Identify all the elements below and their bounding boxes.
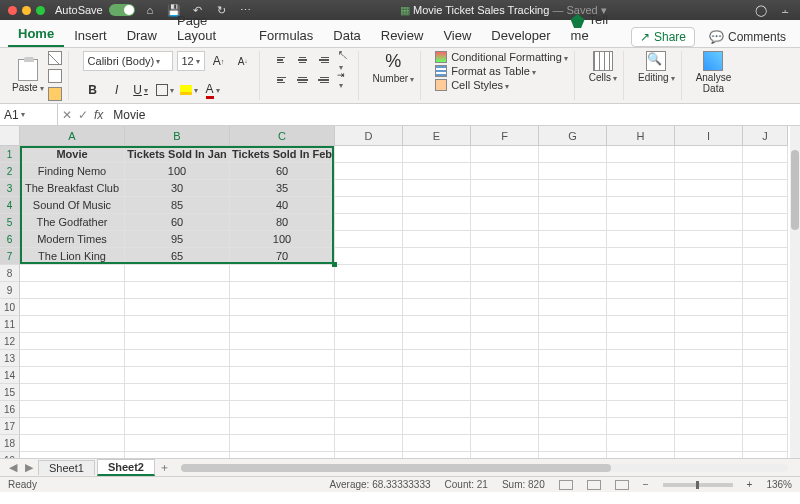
cell-B10[interactable] — [125, 299, 230, 316]
increase-font-button[interactable]: A↑ — [209, 51, 229, 71]
cell-D7[interactable] — [335, 248, 403, 265]
cell-G15[interactable] — [539, 384, 607, 401]
cell-G4[interactable] — [539, 197, 607, 214]
vertical-scrollbar[interactable] — [790, 126, 800, 458]
cell-D17[interactable] — [335, 418, 403, 435]
view-pagelayout-button[interactable] — [587, 480, 601, 490]
cell-E1[interactable] — [403, 146, 471, 163]
cell-J4[interactable] — [743, 197, 788, 214]
cell-J13[interactable] — [743, 350, 788, 367]
cell-A18[interactable] — [20, 435, 125, 452]
cell-B14[interactable] — [125, 367, 230, 384]
cell-I11[interactable] — [675, 316, 743, 333]
cell-H7[interactable] — [607, 248, 675, 265]
cell-H12[interactable] — [607, 333, 675, 350]
row-header-11[interactable]: 11 — [0, 316, 20, 333]
cell-H9[interactable] — [607, 282, 675, 299]
tab-tellme[interactable]: Tell me — [561, 8, 631, 47]
align-top-button[interactable] — [274, 51, 292, 69]
cell-I13[interactable] — [675, 350, 743, 367]
cell-H14[interactable] — [607, 367, 675, 384]
sheet-tab-2[interactable]: Sheet2 — [97, 459, 155, 476]
cell-I4[interactable] — [675, 197, 743, 214]
row-header-14[interactable]: 14 — [0, 367, 20, 384]
cell-G5[interactable] — [539, 214, 607, 231]
cell-C16[interactable] — [230, 401, 335, 418]
cell-D18[interactable] — [335, 435, 403, 452]
cell-C6[interactable]: 100 — [230, 231, 335, 248]
cell-I1[interactable] — [675, 146, 743, 163]
cell-G2[interactable] — [539, 163, 607, 180]
row-header-9[interactable]: 9 — [0, 282, 20, 299]
cell-D4[interactable] — [335, 197, 403, 214]
cell-J16[interactable] — [743, 401, 788, 418]
wrap-merge-button[interactable]: ⇥ — [334, 71, 352, 89]
cell-D16[interactable] — [335, 401, 403, 418]
cell-J3[interactable] — [743, 180, 788, 197]
cells-area[interactable]: MovieTickets Sold In JanTickets Sold In … — [20, 146, 790, 458]
cell-A8[interactable] — [20, 265, 125, 282]
font-name-dropdown[interactable]: Calibri (Body) — [83, 51, 173, 71]
orientation-button[interactable]: ⭦ — [334, 51, 352, 69]
cell-E4[interactable] — [403, 197, 471, 214]
align-bottom-button[interactable] — [314, 51, 332, 69]
cell-C7[interactable]: 70 — [230, 248, 335, 265]
zoom-in-button[interactable]: + — [747, 479, 753, 490]
cell-J12[interactable] — [743, 333, 788, 350]
cell-G17[interactable] — [539, 418, 607, 435]
row-header-8[interactable]: 8 — [0, 265, 20, 282]
cell-J15[interactable] — [743, 384, 788, 401]
cell-C11[interactable] — [230, 316, 335, 333]
copy-icon[interactable] — [48, 69, 62, 83]
cell-G11[interactable] — [539, 316, 607, 333]
cell-A4[interactable]: Sound Of Music — [20, 197, 125, 214]
cell-E19[interactable] — [403, 452, 471, 458]
cell-D5[interactable] — [335, 214, 403, 231]
cell-I6[interactable] — [675, 231, 743, 248]
cell-B17[interactable] — [125, 418, 230, 435]
cell-G3[interactable] — [539, 180, 607, 197]
cell-I16[interactable] — [675, 401, 743, 418]
cell-B12[interactable] — [125, 333, 230, 350]
cell-H15[interactable] — [607, 384, 675, 401]
formula-input[interactable]: Movie — [107, 104, 800, 125]
cell-J18[interactable] — [743, 435, 788, 452]
row-header-17[interactable]: 17 — [0, 418, 20, 435]
row-header-16[interactable]: 16 — [0, 401, 20, 418]
tab-home[interactable]: Home — [8, 22, 64, 47]
sheet-nav-prev[interactable]: ◀ — [6, 461, 20, 474]
cell-E3[interactable] — [403, 180, 471, 197]
cell-B4[interactable]: 85 — [125, 197, 230, 214]
cell-J2[interactable] — [743, 163, 788, 180]
cell-B13[interactable] — [125, 350, 230, 367]
cell-F1[interactable] — [471, 146, 539, 163]
row-header-3[interactable]: 3 — [0, 180, 20, 197]
cell-B9[interactable] — [125, 282, 230, 299]
cell-F16[interactable] — [471, 401, 539, 418]
cell-J7[interactable] — [743, 248, 788, 265]
tab-insert[interactable]: Insert — [64, 24, 117, 47]
cell-G7[interactable] — [539, 248, 607, 265]
row-header-19[interactable]: 19 — [0, 452, 20, 458]
cell-E10[interactable] — [403, 299, 471, 316]
cell-D15[interactable] — [335, 384, 403, 401]
cell-J11[interactable] — [743, 316, 788, 333]
format-painter-icon[interactable] — [48, 87, 62, 101]
cell-H5[interactable] — [607, 214, 675, 231]
cell-A9[interactable] — [20, 282, 125, 299]
cell-A13[interactable] — [20, 350, 125, 367]
cell-I12[interactable] — [675, 333, 743, 350]
cell-E8[interactable] — [403, 265, 471, 282]
cell-F8[interactable] — [471, 265, 539, 282]
row-header-18[interactable]: 18 — [0, 435, 20, 452]
cell-I9[interactable] — [675, 282, 743, 299]
hscroll-thumb[interactable] — [181, 464, 611, 472]
cell-H3[interactable] — [607, 180, 675, 197]
cell-C2[interactable]: 60 — [230, 163, 335, 180]
cell-B19[interactable] — [125, 452, 230, 458]
cell-B7[interactable]: 65 — [125, 248, 230, 265]
cell-E14[interactable] — [403, 367, 471, 384]
cell-G6[interactable] — [539, 231, 607, 248]
cell-F12[interactable] — [471, 333, 539, 350]
tab-review[interactable]: Review — [371, 24, 434, 47]
